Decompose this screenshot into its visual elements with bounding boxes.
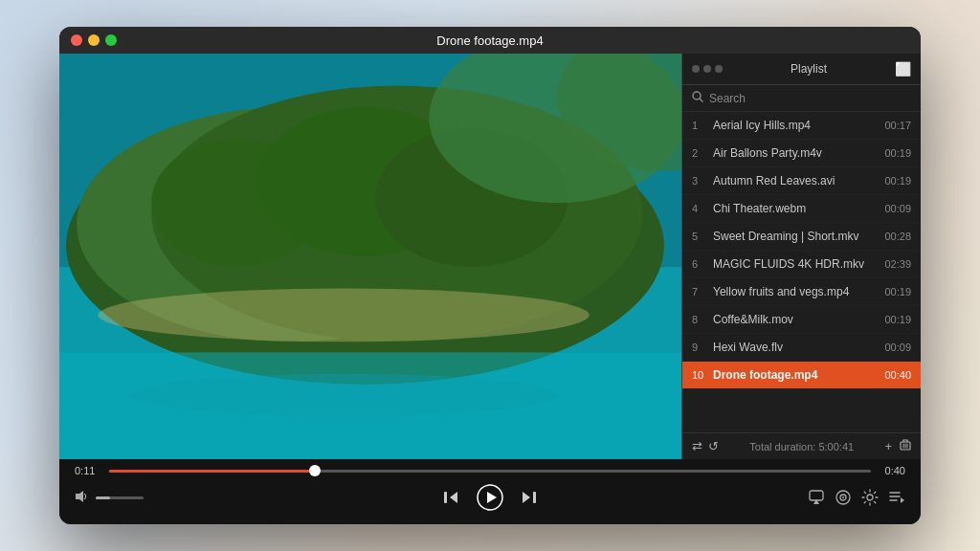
playlist-dots — [692, 65, 723, 73]
main-area: Playlist ⬜ 1 Aerial Icy Hills.mp4 00:17 — [59, 54, 921, 459]
item-name: Hexi Wave.flv — [713, 341, 879, 354]
video-background — [59, 54, 681, 459]
svg-rect-24 — [444, 492, 447, 503]
search-input[interactable] — [709, 92, 911, 105]
item-number: 2 — [692, 147, 707, 159]
video-area — [59, 54, 681, 459]
item-name: MAGIC FLUIDS 4K HDR.mkv — [713, 257, 879, 271]
airplay-icon[interactable] — [808, 489, 825, 506]
total-time: 0:40 — [879, 465, 905, 476]
item-name: Autumn Red Leaves.avi — [713, 174, 879, 187]
audio-icon[interactable] — [835, 489, 852, 506]
item-duration: 00:19 — [884, 147, 911, 159]
playlist-title: Playlist — [791, 62, 827, 76]
svg-point-34 — [867, 495, 873, 500]
right-controls — [791, 489, 905, 506]
item-name: Drone footage.mp4 — [713, 368, 879, 382]
current-time: 0:11 — [75, 465, 101, 476]
left-controls — [75, 489, 189, 507]
playlist-item[interactable]: 2 Air Ballons Party.m4v 00:19 — [682, 140, 921, 167]
playlist-item[interactable]: 10 Drone footage.mp4 00:40 — [682, 362, 921, 389]
maximize-button[interactable] — [105, 34, 117, 46]
add-icon[interactable]: + — [884, 439, 892, 453]
svg-marker-38 — [901, 497, 904, 503]
expand-icon[interactable]: ⬜ — [895, 61, 911, 77]
controls-row — [75, 482, 905, 513]
item-duration: 00:19 — [884, 286, 911, 298]
close-button[interactable] — [71, 34, 82, 46]
item-duration: 00:09 — [884, 342, 911, 353]
item-name: Sweet Dreaming | Short.mkv — [713, 230, 879, 243]
playlist-footer: ⇄ ↺ Total duration: 5:00:41 + — [682, 432, 921, 459]
item-number: 7 — [692, 286, 707, 298]
item-name: Yellow fruits and vegs.mp4 — [713, 285, 879, 298]
item-number: 3 — [692, 175, 707, 187]
item-duration: 00:40 — [884, 369, 911, 381]
player-window: Drone footage.mp4 — [59, 27, 921, 524]
controls-bar: 0:11 0:40 — [59, 459, 921, 524]
item-number: 4 — [692, 203, 707, 214]
playlist-items: 1 Aerial Icy Hills.mp4 00:17 2 Air Ballo… — [682, 112, 921, 432]
playlist-item[interactable]: 7 Yellow fruits and vegs.mp4 00:19 — [682, 278, 921, 306]
settings-icon[interactable] — [861, 489, 879, 506]
svg-marker-26 — [487, 492, 497, 503]
playlist-panel: Playlist ⬜ 1 Aerial Icy Hills.mp4 00:17 — [681, 54, 921, 459]
item-duration: 00:19 — [884, 314, 911, 325]
svg-rect-29 — [810, 491, 823, 500]
playlist-item[interactable]: 1 Aerial Icy Hills.mp4 00:17 — [682, 112, 921, 140]
progress-track[interactable] — [109, 470, 871, 473]
svg-rect-28 — [533, 492, 536, 503]
footer-actions: + — [884, 439, 911, 453]
item-number: 10 — [692, 369, 707, 381]
dot-3 — [715, 65, 723, 73]
playlist-icon[interactable] — [888, 489, 905, 506]
search-bar — [682, 85, 921, 112]
play-button[interactable] — [475, 482, 505, 513]
window-title: Drone footage.mp4 — [436, 33, 543, 48]
item-number: 1 — [692, 120, 707, 131]
volume-track[interactable] — [96, 496, 144, 499]
playlist-item[interactable]: 4 Chi Theater.webm 00:09 — [682, 195, 921, 223]
item-number: 5 — [692, 231, 707, 242]
volume-icon[interactable] — [75, 489, 90, 507]
item-name: Chi Theater.webm — [713, 202, 879, 215]
svg-marker-22 — [76, 491, 83, 502]
progress-section: 0:11 0:40 — [75, 465, 905, 476]
playlist-header: Playlist ⬜ — [682, 54, 921, 85]
playlist-item[interactable]: 8 Coffe&Milk.mov 00:19 — [682, 306, 921, 334]
svg-marker-23 — [450, 492, 457, 503]
svg-marker-27 — [523, 492, 530, 503]
item-duration: 00:17 — [884, 120, 911, 131]
total-duration: Total duration: 5:00:41 — [724, 441, 879, 452]
item-name: Aerial Icy Hills.mp4 — [713, 119, 879, 132]
svg-line-14 — [700, 99, 702, 101]
traffic-lights — [71, 34, 117, 46]
minimize-button[interactable] — [88, 34, 100, 46]
shuffle-icon[interactable]: ⇄ — [692, 439, 702, 453]
item-name: Coffe&Milk.mov — [713, 313, 879, 326]
item-name: Air Ballons Party.m4v — [713, 146, 879, 160]
item-number: 9 — [692, 342, 707, 353]
playlist-item[interactable]: 5 Sweet Dreaming | Short.mkv 00:28 — [682, 223, 921, 251]
item-number: 6 — [692, 258, 707, 270]
item-number: 8 — [692, 314, 707, 325]
item-duration: 00:19 — [884, 175, 911, 187]
dot-1 — [692, 65, 700, 73]
next-button[interactable] — [521, 489, 538, 506]
playlist-item[interactable]: 9 Hexi Wave.flv 00:09 — [682, 334, 921, 362]
item-duration: 00:09 — [884, 203, 911, 214]
search-icon — [692, 91, 703, 105]
playlist-item[interactable]: 3 Autumn Red Leaves.avi 00:19 — [682, 167, 921, 195]
svg-point-33 — [842, 496, 844, 498]
item-duration: 02:39 — [884, 258, 911, 270]
repeat-icon[interactable]: ↺ — [708, 439, 719, 453]
progress-thumb[interactable] — [309, 465, 321, 476]
playlist-item[interactable]: 6 MAGIC FLUIDS 4K HDR.mkv 02:39 — [682, 251, 921, 278]
delete-icon[interactable] — [900, 439, 911, 453]
volume-fill — [96, 496, 110, 499]
dot-2 — [703, 65, 711, 73]
previous-button[interactable] — [442, 489, 459, 506]
svg-point-12 — [98, 288, 589, 342]
svg-point-11 — [130, 374, 557, 417]
title-bar: Drone footage.mp4 — [59, 27, 921, 54]
